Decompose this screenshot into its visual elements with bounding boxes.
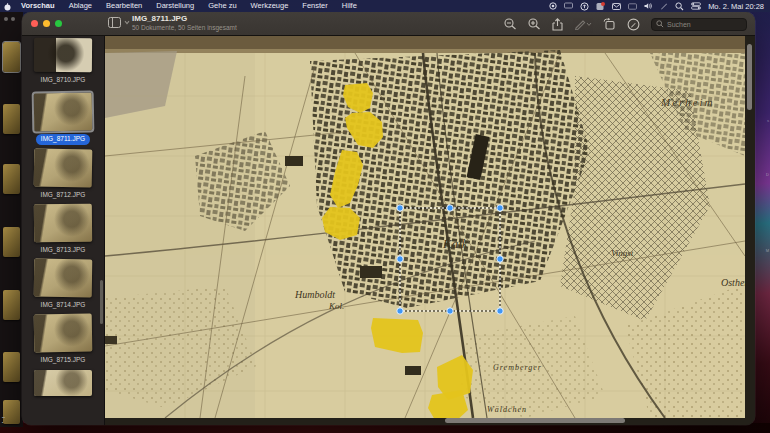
- share-button[interactable]: [552, 18, 563, 31]
- chevron-down-icon: [124, 20, 130, 25]
- vertical-scrollbar-thumb[interactable]: [747, 44, 752, 110]
- menu-werkzeuge[interactable]: Werkzeuge: [244, 0, 296, 12]
- selection-handle-ne[interactable]: [497, 205, 503, 211]
- map-block: [405, 366, 421, 375]
- search-input[interactable]: [667, 21, 739, 28]
- thumbnail-sidebar[interactable]: IMG_8710.JPG IMG_8711.JPG IMG_8712.JPG I…: [22, 36, 105, 425]
- selection-handle-w[interactable]: [397, 256, 403, 262]
- search-field[interactable]: [651, 18, 747, 31]
- sidebar-item-selected[interactable]: IMG_8711.JPG: [34, 93, 92, 148]
- thumbnail-label: IMG_8713.JPG: [36, 245, 91, 256]
- vertical-scrollbar[interactable]: [747, 40, 752, 410]
- apple-icon: [4, 3, 11, 11]
- thumbnail-image[interactable]: [34, 314, 93, 353]
- toolbar: [504, 12, 747, 36]
- map-label-gremberger: Gremberger: [493, 363, 542, 372]
- thumbnail-label: IMG_8714.JPG: [36, 300, 91, 311]
- chevron-down-icon: [586, 22, 592, 27]
- screen-record-icon[interactable]: [549, 2, 557, 10]
- background-thumbnail[interactable]: [3, 104, 20, 134]
- selection-handle-nw[interactable]: [397, 205, 403, 211]
- rotate-button[interactable]: [603, 18, 616, 30]
- map-label-merheim: Merheim: [660, 96, 715, 108]
- title-block: IMG_8711.JPG 50 Dokumente, 50 Seiten ins…: [132, 15, 237, 32]
- background-window-footer: ▪▪▪: [2, 415, 5, 425]
- close-button[interactable]: [31, 20, 38, 27]
- pencil-icon[interactable]: [660, 2, 668, 10]
- zoom-out-button[interactable]: [504, 18, 517, 30]
- display-icon[interactable]: [564, 2, 573, 10]
- sidebar-item[interactable]: IMG_8712.JPG: [34, 149, 92, 204]
- preview-window: IMG_8711.JPG 50 Dokumente, 50 Seiten ins…: [22, 12, 755, 425]
- zoom-in-button[interactable]: [528, 18, 541, 30]
- selection-handle-s[interactable]: [447, 308, 453, 314]
- selection-handle-e[interactable]: [497, 256, 503, 262]
- thumbnail-label: IMG_8712.JPG: [36, 190, 91, 201]
- markup-pencil-button[interactable]: [574, 18, 592, 30]
- thumbnail-image[interactable]: [34, 148, 93, 187]
- background-thumbnail[interactable]: [3, 42, 20, 72]
- thumbnail-label: IMG_8711.JPG: [36, 134, 90, 145]
- background-thumbnail[interactable]: [3, 227, 20, 257]
- photo-edge-shadow: [105, 49, 745, 53]
- photo-edge: [105, 36, 745, 49]
- apple-menu[interactable]: [0, 2, 14, 11]
- window-subtitle: 50 Dokumente, 50 Seiten insgesamt: [132, 25, 237, 32]
- menu-ablage[interactable]: Ablage: [62, 0, 99, 12]
- menu-bar: Vorschau Ablage Bearbeiten Darstellung G…: [0, 0, 770, 12]
- thumbnail-image[interactable]: [34, 93, 93, 132]
- minimize-button[interactable]: [43, 20, 50, 27]
- spotlight-icon[interactable]: [675, 2, 684, 11]
- selection-handle-se[interactable]: [497, 308, 503, 314]
- search-icon: [656, 20, 664, 28]
- background-window[interactable]: ▪▪▪: [0, 12, 23, 427]
- background-window-traffic-lights: [4, 17, 15, 21]
- sidebar-toggle-button[interactable]: [108, 17, 130, 28]
- thumbnail-image[interactable]: [34, 370, 92, 396]
- background-thumbnail[interactable]: [3, 164, 20, 194]
- markup-toolbar-button[interactable]: [627, 18, 640, 31]
- sidebar-item[interactable]: [34, 370, 92, 425]
- airdrop-icon[interactable]: [580, 2, 589, 11]
- thumbnail-image[interactable]: [34, 259, 93, 298]
- mail-icon[interactable]: [612, 3, 621, 10]
- menu-vorschau[interactable]: Vorschau: [14, 0, 62, 12]
- menu-fenster[interactable]: Fenster: [295, 0, 334, 12]
- sidebar-item[interactable]: IMG_8710.JPG: [34, 38, 92, 93]
- control-center-icon[interactable]: [691, 2, 701, 10]
- screen: s D M ▪▪▪ Vorschau Ablage Bearbeiten Dar…: [0, 0, 770, 433]
- map-block: [285, 156, 303, 166]
- selection-handle-n[interactable]: [447, 205, 453, 211]
- menu-hilfe[interactable]: Hilfe: [335, 0, 364, 12]
- background-thumbnail[interactable]: [3, 352, 20, 382]
- zoom-window-button[interactable]: [55, 20, 62, 27]
- horizontal-scrollbar[interactable]: [105, 418, 745, 424]
- keyboard-icon[interactable]: [628, 3, 637, 10]
- background-thumbnail[interactable]: [3, 290, 20, 320]
- map-canvas[interactable]: Merheim Kalk Humboldt Kol. Vingst Osthei…: [105, 36, 745, 418]
- thumbnail-image[interactable]: [34, 204, 92, 243]
- selection-handle-sw[interactable]: [397, 308, 403, 314]
- map-label-waeldchen: Wäldchen: [487, 405, 527, 414]
- sidebar-item[interactable]: IMG_8713.JPG: [34, 204, 92, 259]
- horizontal-scrollbar-thumb[interactable]: [445, 418, 625, 423]
- volume-icon[interactable]: [644, 2, 653, 10]
- menu-gehe-zu[interactable]: Gehe zu: [201, 0, 243, 12]
- map-label-kolonie: Kol.: [328, 301, 344, 311]
- menu-bearbeiten[interactable]: Bearbeiten: [99, 0, 149, 12]
- map-label-kalk: Kalk: [442, 236, 468, 251]
- thumbnail-image[interactable]: [34, 38, 92, 73]
- desktop-icon-label: s: [767, 118, 769, 123]
- sidebar-scrollbar[interactable]: [100, 280, 103, 324]
- sidebar-item[interactable]: IMG_8715.JPG: [34, 314, 92, 369]
- sidebar-icon: [108, 17, 121, 28]
- title-bar[interactable]: IMG_8711.JPG 50 Dokumente, 50 Seiten ins…: [22, 12, 755, 36]
- desktop-icon-label: M: [766, 248, 769, 253]
- map-image: Merheim Kalk Humboldt Kol. Vingst Osthei…: [105, 36, 745, 418]
- app-badge-icon[interactable]: [596, 2, 605, 11]
- menu-darstellung[interactable]: Darstellung: [149, 0, 201, 12]
- window-title: IMG_8711.JPG: [132, 15, 237, 23]
- menu-clock[interactable]: Mo. 2. Mai 20:28: [708, 2, 764, 11]
- sidebar-item[interactable]: IMG_8714.JPG: [34, 259, 92, 314]
- background-thumbnail[interactable]: [3, 400, 20, 424]
